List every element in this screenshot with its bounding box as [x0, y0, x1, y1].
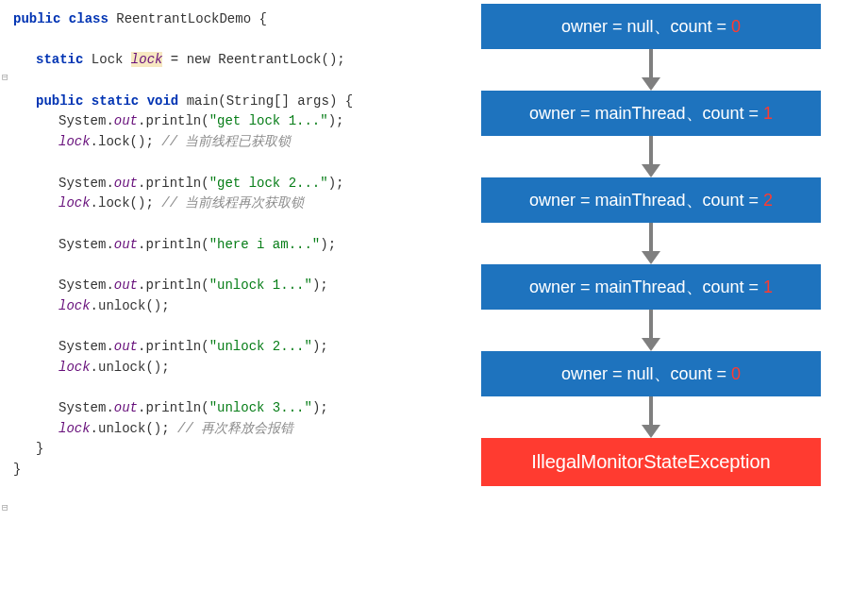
code-line: System.out.println("get lock 2...");: [13, 174, 434, 194]
code-line: }: [13, 460, 434, 480]
state-box: owner = null、count = 0: [481, 4, 821, 49]
state-box: owner = mainThread、count = 2: [481, 177, 821, 223]
arrow-down-icon: [481, 136, 821, 177]
states-container: owner = null、count = 0owner = mainThread…: [481, 4, 821, 486]
code-line: [13, 30, 434, 51]
code-line: [13, 316, 434, 337]
arrow-down-icon: [481, 223, 821, 264]
diagram-pane: owner = null、count = 0owner = mainThread…: [434, 0, 868, 589]
code-pane: ⊟ ⊟ public class ReentrantLockDemo { sta…: [0, 0, 434, 589]
state-box: owner = mainThread、count = 1: [481, 91, 821, 136]
arrow-down-icon: [481, 310, 821, 351]
code-line: System.out.println("unlock 1...");: [13, 276, 434, 296]
fold-marker-icon[interactable]: ⊟: [2, 500, 8, 516]
state-box: owner = mainThread、count = 1: [481, 264, 821, 310]
code-line: System.out.println("get lock 1...");: [13, 111, 434, 132]
fold-marker-icon[interactable]: ⊟: [2, 70, 8, 86]
code-line: lock.lock(); // 当前线程再次获取锁: [13, 194, 434, 214]
state-box: owner = null、count = 0: [481, 351, 821, 396]
code-line: [13, 214, 434, 235]
code-line: }: [13, 439, 434, 460]
code-line: [13, 153, 434, 174]
arrow-down-icon: [481, 49, 821, 91]
code-line: System.out.println("here i am...");: [13, 235, 434, 256]
code-line: lock.unlock(); // 再次释放会报错: [13, 419, 434, 440]
code-line: static Lock lock = new ReentrantLock();: [13, 50, 434, 71]
gutter: ⊟ ⊟: [0, 0, 11, 589]
code-line: System.out.println("unlock 2...");: [13, 337, 434, 358]
code-line: [13, 71, 434, 92]
code-line: public class ReentrantLockDemo {: [13, 9, 434, 30]
code-line: lock.lock(); // 当前线程已获取锁: [13, 132, 434, 153]
code-line: System.out.println("unlock 3...");: [13, 398, 434, 419]
code-line: [13, 255, 434, 276]
code-line: public static void main(String[] args) {: [13, 92, 434, 112]
code-line: lock.unlock();: [13, 358, 434, 379]
exception-box: IllegalMonitorStateException: [481, 438, 821, 486]
code-line: [13, 378, 434, 398]
code-line: lock.unlock();: [13, 296, 434, 317]
arrow-down-icon: [481, 396, 821, 438]
